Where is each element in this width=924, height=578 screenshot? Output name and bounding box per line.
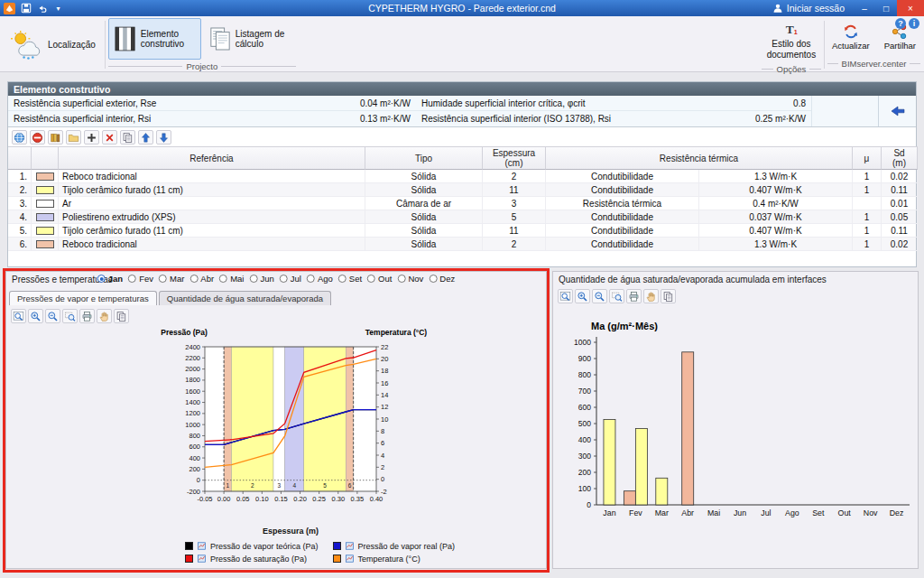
pan-icon[interactable] (643, 289, 659, 303)
tab-pressoes[interactable]: Pressões de vapor e temperaturas (9, 291, 157, 305)
vapor-pressure-chart[interactable]: 123456-200020040060080010001200140016001… (6, 324, 548, 525)
help-icon[interactable]: ? (895, 18, 906, 29)
zoom-in-icon[interactable] (575, 289, 590, 303)
table-row[interactable]: 2.Tijolo cerâmico furado (11 cm)Sólida11… (8, 183, 916, 197)
maximize-button[interactable]: □ (875, 0, 897, 16)
estilo-documentos-button[interactable]: T1 Estilo dos documentos (762, 18, 821, 62)
material-type: Sólida (365, 224, 483, 238)
copy-icon[interactable] (114, 309, 129, 323)
svg-text:Fev: Fev (629, 508, 642, 517)
group-label-opcoes: Opções (762, 62, 821, 77)
element-table-body: 1.Reboco tradicionalSólida2Condutibilida… (8, 170, 916, 251)
ribbon-separator (824, 21, 825, 69)
add-icon[interactable] (84, 130, 99, 144)
wall-layers-icon (115, 26, 136, 51)
rsi-iso-value[interactable]: 0.25 m²·K/W (694, 111, 811, 126)
collapse-arrow-button[interactable] (878, 96, 916, 126)
material-sd: 0.02 (882, 170, 918, 183)
month-radio-out[interactable]: Out (367, 274, 392, 284)
legend-item: Pressão de saturação (Pa) (185, 554, 319, 564)
info-icon[interactable]: i (909, 18, 919, 29)
month-radio-jun[interactable]: Jun (249, 274, 273, 284)
elemento-construtivo-button[interactable]: Elemento construtivo (108, 18, 201, 60)
material-swatch-cell (32, 170, 59, 183)
minimize-button[interactable]: – (854, 0, 875, 16)
zoom-fit-icon[interactable] (558, 289, 573, 303)
legend-label: Pressão de vapor teórica (Pa) (210, 542, 319, 551)
move-up-icon[interactable] (138, 130, 153, 144)
legend-series-icon[interactable] (197, 554, 207, 564)
month-radio-dez[interactable]: Dez (429, 274, 455, 284)
copy-icon[interactable] (120, 130, 135, 144)
svg-text:18: 18 (381, 367, 388, 375)
weather-icon (10, 30, 43, 60)
zoom-window-icon[interactable] (609, 289, 624, 303)
table-row[interactable]: 1.Reboco tradicionalSólida2Condutibilida… (8, 170, 916, 183)
blue-arrow-icon (891, 106, 905, 117)
phicrit-value[interactable]: 0.8 (694, 96, 811, 111)
cype-logo-icon[interactable] (3, 2, 16, 14)
month-radio-nov[interactable]: Nov (397, 274, 423, 284)
actualizar-button[interactable]: Actualizar (827, 21, 874, 53)
material-name: Tijolo cerâmico furado (11 cm) (59, 183, 365, 197)
month-radio-mar[interactable]: Mar (159, 274, 184, 284)
month-radio-mai[interactable]: Mai (219, 274, 244, 284)
save-icon[interactable] (19, 2, 32, 14)
material-name: Reboco tradicional (59, 238, 365, 251)
undo-icon[interactable] (35, 2, 49, 14)
library-icon[interactable] (48, 130, 63, 144)
listagem-calculo-button[interactable]: Listagem de cálculo (203, 18, 296, 60)
month-radio-row: JanFevMarAbrMaiJunJulAgoSetOutNovDez (97, 274, 455, 284)
folder-icon[interactable] (66, 130, 81, 144)
material-type: Sólida (365, 238, 483, 251)
table-row[interactable]: 6.Reboco tradicionalSólida2Condutibilida… (8, 238, 916, 251)
month-radio-set[interactable]: Set (338, 274, 362, 284)
globe-icon[interactable] (12, 130, 27, 144)
moisture-chart[interactable]: Ma (g/m²·Mês)010020030040050060070080090… (553, 308, 919, 534)
rsi-value[interactable]: 0.13 m²·K/W (306, 111, 416, 126)
sign-in-button[interactable]: Iniciar sessão (763, 0, 854, 16)
legend-item: Temperatura (°C) (333, 554, 456, 564)
legend-series-icon[interactable] (345, 554, 355, 564)
zoom-out-icon[interactable] (592, 289, 607, 303)
table-row[interactable]: 3.ArCâmara de ar3Resistência térmica0.4 … (8, 197, 916, 210)
legend-series-icon[interactable] (345, 541, 355, 551)
location-group: Localização (4, 18, 102, 71)
move-down-icon[interactable] (156, 130, 171, 144)
svg-text:Temperatura (°C): Temperatura (°C) (365, 328, 428, 337)
legend-color-swatch (185, 555, 193, 563)
svg-text:1: 1 (794, 28, 798, 36)
svg-text:Mar: Mar (655, 508, 669, 517)
svg-text:0.00: 0.00 (217, 495, 231, 503)
block-icon[interactable] (30, 130, 45, 144)
table-row[interactable]: 4.Poliestireno extrudido (XPS)Sólida5Con… (8, 210, 916, 224)
zoom-in-icon[interactable] (28, 309, 43, 323)
table-row[interactable]: 5.Tijolo cerâmico furado (11 cm)Sólida11… (8, 224, 916, 238)
legend-series-icon[interactable] (197, 541, 207, 551)
zoom-window-icon[interactable] (62, 309, 78, 323)
delete-icon[interactable] (102, 130, 117, 144)
localizacao-button[interactable]: Localização (4, 24, 102, 66)
material-swatch-cell (32, 183, 59, 197)
dropdown-caret-icon[interactable]: ▾ (51, 2, 65, 14)
copy-icon[interactable] (661, 289, 676, 303)
zoom-out-icon[interactable] (45, 309, 60, 323)
close-button[interactable]: × (897, 0, 924, 16)
pan-icon[interactable] (97, 309, 112, 323)
svg-text:700: 700 (578, 387, 591, 396)
zoom-fit-icon[interactable] (11, 309, 26, 323)
report-icon (209, 26, 231, 51)
month-radio-jul[interactable]: Jul (280, 274, 301, 284)
print-icon[interactable] (79, 309, 95, 323)
month-radio-ago[interactable]: Ago (307, 274, 333, 284)
month-radio-jan[interactable]: Jan (97, 274, 123, 284)
rse-value[interactable]: 0.04 m²·K/W (306, 96, 416, 111)
radio-icon (338, 275, 346, 283)
print-icon[interactable] (626, 289, 642, 303)
tab-quantidade[interactable]: Quantidade de água saturada/evaporada (159, 291, 331, 305)
month-radio-abr[interactable]: Abr (189, 274, 214, 284)
legend-label: Temperatura (°C) (358, 555, 420, 564)
svg-text:Jan: Jan (603, 508, 615, 517)
month-radio-fev[interactable]: Fev (128, 274, 153, 284)
material-name: Poliestireno extrudido (XPS) (59, 210, 365, 224)
